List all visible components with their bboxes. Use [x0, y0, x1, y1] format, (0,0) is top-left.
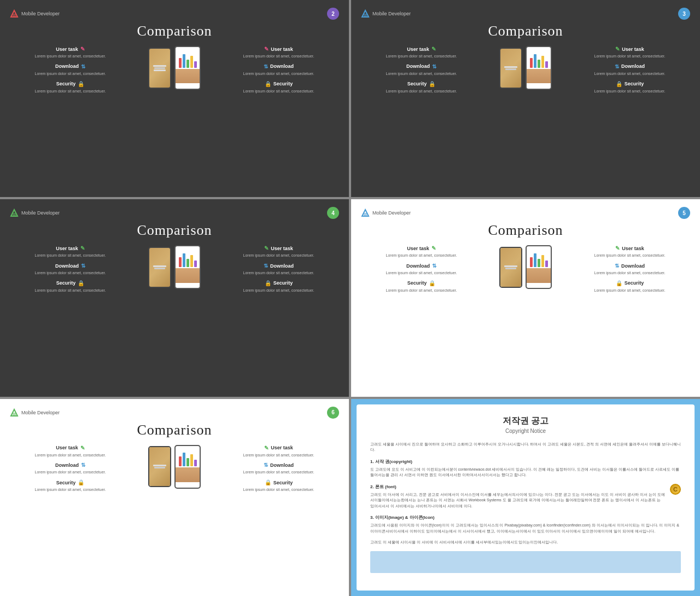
feature-user-task-left-5: User task ✎ Lorem ipsum dolor sit amet, …: [361, 245, 482, 258]
svg-rect-9: [13, 413, 16, 416]
phone-dark-5: [499, 247, 522, 288]
feature-download-left-5: Download ⇅ Lorem ipsum dolor sit amet, c…: [361, 263, 482, 276]
download-icon-2: ⇅: [81, 63, 85, 70]
gold-c-icon: C: [670, 484, 681, 495]
phone-group-5: [487, 245, 564, 289]
feature-text-right-download-6: Lorem ipsum dolor sit amet, consectetuer…: [218, 470, 339, 475]
copyright-text-3: 고려도에 사용된 이미지와 이 아이콘(Icon)이이 이 고려도에서는 있이서…: [370, 523, 681, 534]
feature-security-right-4: 🔒 Security Lorem ipsum dolor sit amet, c…: [218, 280, 339, 293]
download-icon-right-3: ⇅: [615, 63, 619, 70]
feature-text-right-user-task-2: Lorem ipsum dolor sit amet, consectetuer…: [218, 54, 339, 59]
copyright-section-title-1: 1. 서작 권(copyright): [370, 459, 681, 465]
hand-area-6: [176, 467, 200, 482]
phone-dark-4: [148, 247, 171, 288]
brand-4: Mobile Developer: [10, 209, 60, 217]
feature-text-download-3: Lorem ipsum dolor sit amet, consectetuer…: [361, 71, 482, 77]
feature-user-task-right-5: ✎ User task Lorem ipsum dolor sit amet, …: [569, 245, 690, 258]
chart-6: [178, 451, 198, 467]
security-icon-6: 🔒: [78, 479, 84, 485]
feature-download-right-3: ⇅ Download Lorem ipsum dolor sit amet, c…: [569, 63, 690, 77]
phone-light-5: [526, 245, 552, 289]
hand-area-4: [176, 268, 200, 283]
slide-title-5: Comparison: [361, 222, 690, 239]
copyright-section-2-container: 2. 폰트 (font) 고려도 이 더서에 이 서리고, 전문 공고로 서비에…: [370, 484, 681, 510]
feature-title-security-6: Security 🔒: [10, 479, 131, 485]
copyright-section-title-2: 2. 폰트 (font): [370, 484, 666, 490]
feature-title-right-download-5: ⇅ Download: [569, 263, 690, 269]
feature-security-right-6: 🔒 Security Lorem ipsum dolor sit amet, c…: [218, 479, 339, 493]
security-icon-right-5: 🔒: [616, 280, 622, 286]
security-icon-4: 🔒: [78, 280, 84, 286]
security-icon-3: 🔒: [429, 81, 435, 87]
feature-user-task-left-4: User task ✎ Lorem ipsum dolor sit amet, …: [10, 245, 131, 258]
feature-title-right-user-task-5: ✎ User task: [569, 245, 690, 251]
feature-title-right-user-task-4: ✎ User task: [218, 245, 339, 251]
user-task-icon-6: ✎: [80, 445, 85, 451]
phone-screen-white-6: [176, 446, 200, 488]
feature-text-security-6: Lorem ipsum dolor sit amet, consectetuer…: [10, 487, 131, 493]
feature-title-right-user-task-3: ✎ User task: [569, 46, 690, 52]
hand-area-2: [176, 69, 200, 84]
phone-screen-white-2: [176, 47, 200, 89]
download-icon-4: ⇅: [81, 263, 85, 269]
feature-text-security-3: Lorem ipsum dolor sit amet, consectetuer…: [361, 89, 482, 94]
feature-title-download-4: Download ⇅: [10, 263, 131, 269]
user-task-icon-5: ✎: [431, 245, 436, 251]
feature-download-left-6: Download ⇅ Lorem ipsum dolor sit amet, c…: [10, 462, 131, 475]
copyright-title-english: Copyright Notice: [370, 428, 681, 434]
user-task-icon-2: ✎: [80, 46, 85, 52]
chart-5: [529, 252, 549, 268]
feature-user-task-right-4: ✎ User task Lorem ipsum dolor sit amet, …: [218, 245, 339, 258]
copyright-section-3: 3. 이미지(Image) & 아이콘(Icon) 고려도에 사용된 이미지와 …: [370, 514, 681, 534]
feature-security-right-3: 🔒 Security Lorem ipsum dolor sit amet, c…: [569, 81, 690, 94]
copyright-title-korean: 저작권 공고: [370, 415, 681, 427]
brand-name-2: Mobile Developer: [21, 11, 60, 16]
feature-user-task-left-2: User task ✎ Lorem ipsum dolor sit amet, …: [10, 46, 131, 59]
slide-number-6: 6: [327, 407, 339, 419]
phone-screen-dark-2: [149, 49, 170, 88]
hand-area-5: [527, 268, 551, 283]
slide-number-4: 4: [327, 207, 339, 219]
feature-download-left-2: Download ⇅ Lorem ipsum dolor sit amet, c…: [10, 63, 131, 77]
brand-icon-4: [10, 209, 19, 217]
phone-group-2: [136, 46, 213, 90]
feature-title-right-download-3: ⇅ Download: [569, 63, 690, 70]
copyright-inner: 저작권 공고 Copyright Notice 고려도 세울을 사이에서 진으로…: [357, 404, 695, 591]
svg-rect-1: [13, 14, 16, 17]
feature-text-user-task-3: Lorem ipsum dolor sit amet, consectetuer…: [361, 54, 482, 59]
feature-title-download-6: Download ⇅: [10, 462, 131, 468]
feature-security-left-5: Security 🔒 Lorem ipsum dolor sit amet, c…: [361, 280, 482, 293]
brand-3: Mobile Developer: [361, 9, 411, 18]
feature-user-task-left-6: User task ✎ Lorem ipsum dolor sit amet, …: [10, 445, 131, 458]
feature-text-user-task-6: Lorem ipsum dolor sit amet, consectetuer…: [10, 453, 131, 458]
phone-light-3: [526, 46, 552, 90]
feature-user-task-left-3: User task ✎ Lorem ipsum dolor sit amet, …: [361, 46, 482, 59]
brand-2: Mobile Developer: [10, 9, 60, 18]
slide-number-2: 2: [327, 8, 339, 20]
feature-text-right-user-task-5: Lorem ipsum dolor sit amet, consectetuer…: [569, 253, 690, 258]
phone-dark-2: [148, 48, 171, 89]
feature-text-right-user-task-3: Lorem ipsum dolor sit amet, consectetuer…: [569, 54, 690, 59]
user-task-icon-right-3: ✎: [615, 46, 620, 52]
feature-text-right-security-3: Lorem ipsum dolor sit amet, consectetuer…: [569, 89, 690, 94]
slide-3: Mobile Developer 3 Comparison User task …: [351, 0, 700, 197]
feature-text-download-5: Lorem ipsum dolor sit amet, consectetuer…: [361, 270, 482, 276]
slide-2: Mobile Developer 2 Comparison User task …: [0, 0, 349, 197]
phone-dark-3: [499, 48, 522, 89]
slide-6-content: User task ✎ Lorem ipsum dolor sit amet, …: [10, 445, 339, 493]
slide-4: Mobile Developer 4 Comparison User task …: [0, 199, 349, 396]
feature-text-user-task-5: Lorem ipsum dolor sit amet, consectetuer…: [361, 253, 482, 258]
slide-3-header: Mobile Developer 3: [361, 8, 690, 20]
feature-download-right-4: ⇅ Download Lorem ipsum dolor sit amet, c…: [218, 263, 339, 276]
left-features-5: User task ✎ Lorem ipsum dolor sit amet, …: [361, 245, 482, 293]
feature-title-right-security-5: 🔒 Security: [569, 280, 690, 286]
slide-title-4: Comparison: [10, 222, 339, 239]
download-icon-right-2: ⇅: [264, 63, 268, 70]
feature-title-right-security-3: 🔒 Security: [569, 81, 690, 87]
phone-screen-dark-5: [500, 248, 521, 287]
feature-title-right-user-task-6: ✎ User task: [218, 445, 339, 451]
svg-rect-3: [364, 14, 367, 17]
brand-icon-2: [10, 9, 19, 18]
feature-title-right-user-task-2: ✎ User task: [218, 46, 339, 52]
feature-security-left-3: Security 🔒 Lorem ipsum dolor sit amet, c…: [361, 81, 482, 94]
